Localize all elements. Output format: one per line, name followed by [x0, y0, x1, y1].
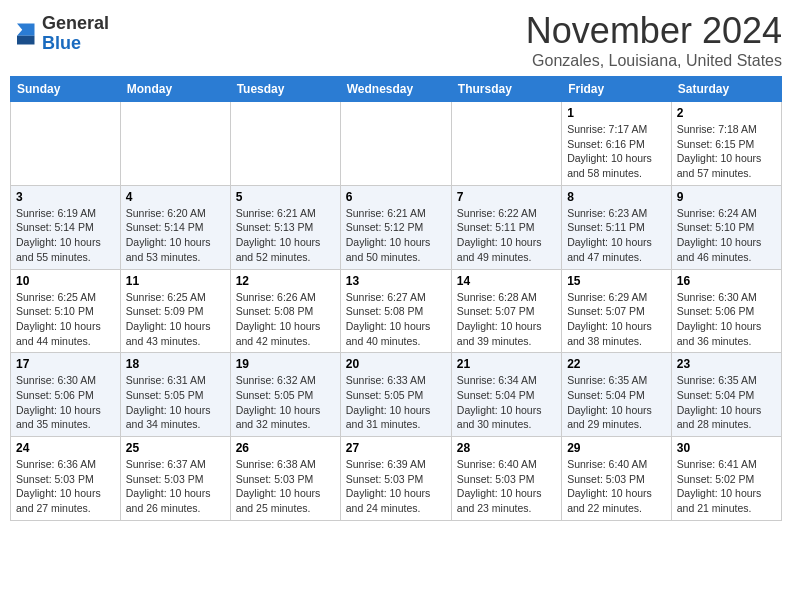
weekday-header-monday: Monday: [120, 77, 230, 102]
day-info: Sunrise: 6:35 AMSunset: 5:04 PMDaylight:…: [677, 373, 776, 432]
calendar-cell: 13Sunrise: 6:27 AMSunset: 5:08 PMDayligh…: [340, 269, 451, 353]
logo-icon: [10, 20, 38, 48]
day-number: 29: [567, 441, 666, 455]
calendar-week-row: 3Sunrise: 6:19 AMSunset: 5:14 PMDaylight…: [11, 185, 782, 269]
day-info: Sunrise: 6:30 AMSunset: 5:06 PMDaylight:…: [16, 373, 115, 432]
day-number: 1: [567, 106, 666, 120]
day-number: 22: [567, 357, 666, 371]
day-number: 7: [457, 190, 556, 204]
calendar-cell: 23Sunrise: 6:35 AMSunset: 5:04 PMDayligh…: [671, 353, 781, 437]
weekday-header-friday: Friday: [562, 77, 672, 102]
weekday-header-row: SundayMondayTuesdayWednesdayThursdayFrid…: [11, 77, 782, 102]
day-number: 4: [126, 190, 225, 204]
calendar-cell: 4Sunrise: 6:20 AMSunset: 5:14 PMDaylight…: [120, 185, 230, 269]
day-number: 17: [16, 357, 115, 371]
calendar-cell: [340, 102, 451, 186]
day-info: Sunrise: 6:25 AMSunset: 5:09 PMDaylight:…: [126, 290, 225, 349]
calendar-cell: 10Sunrise: 6:25 AMSunset: 5:10 PMDayligh…: [11, 269, 121, 353]
day-number: 24: [16, 441, 115, 455]
weekday-header-saturday: Saturday: [671, 77, 781, 102]
day-number: 9: [677, 190, 776, 204]
calendar-cell: 17Sunrise: 6:30 AMSunset: 5:06 PMDayligh…: [11, 353, 121, 437]
day-number: 13: [346, 274, 446, 288]
day-number: 27: [346, 441, 446, 455]
calendar-cell: 2Sunrise: 7:18 AMSunset: 6:15 PMDaylight…: [671, 102, 781, 186]
day-number: 2: [677, 106, 776, 120]
day-number: 25: [126, 441, 225, 455]
calendar-cell: [11, 102, 121, 186]
calendar-cell: 1Sunrise: 7:17 AMSunset: 6:16 PMDaylight…: [562, 102, 672, 186]
day-info: Sunrise: 7:18 AMSunset: 6:15 PMDaylight:…: [677, 122, 776, 181]
day-number: 8: [567, 190, 666, 204]
calendar-cell: 7Sunrise: 6:22 AMSunset: 5:11 PMDaylight…: [451, 185, 561, 269]
calendar-cell: [120, 102, 230, 186]
calendar-cell: 5Sunrise: 6:21 AMSunset: 5:13 PMDaylight…: [230, 185, 340, 269]
day-number: 26: [236, 441, 335, 455]
calendar-cell: [230, 102, 340, 186]
calendar-cell: 3Sunrise: 6:19 AMSunset: 5:14 PMDaylight…: [11, 185, 121, 269]
day-info: Sunrise: 6:21 AMSunset: 5:12 PMDaylight:…: [346, 206, 446, 265]
calendar-cell: 14Sunrise: 6:28 AMSunset: 5:07 PMDayligh…: [451, 269, 561, 353]
calendar-cell: 8Sunrise: 6:23 AMSunset: 5:11 PMDaylight…: [562, 185, 672, 269]
day-number: 18: [126, 357, 225, 371]
day-number: 23: [677, 357, 776, 371]
day-info: Sunrise: 6:32 AMSunset: 5:05 PMDaylight:…: [236, 373, 335, 432]
calendar-cell: 30Sunrise: 6:41 AMSunset: 5:02 PMDayligh…: [671, 437, 781, 521]
day-info: Sunrise: 6:19 AMSunset: 5:14 PMDaylight:…: [16, 206, 115, 265]
calendar-cell: 11Sunrise: 6:25 AMSunset: 5:09 PMDayligh…: [120, 269, 230, 353]
calendar-cell: 12Sunrise: 6:26 AMSunset: 5:08 PMDayligh…: [230, 269, 340, 353]
calendar-cell: 9Sunrise: 6:24 AMSunset: 5:10 PMDaylight…: [671, 185, 781, 269]
title-block: November 2024 Gonzales, Louisiana, Unite…: [526, 10, 782, 70]
day-info: Sunrise: 6:37 AMSunset: 5:03 PMDaylight:…: [126, 457, 225, 516]
calendar-cell: 16Sunrise: 6:30 AMSunset: 5:06 PMDayligh…: [671, 269, 781, 353]
calendar-cell: 24Sunrise: 6:36 AMSunset: 5:03 PMDayligh…: [11, 437, 121, 521]
day-info: Sunrise: 6:31 AMSunset: 5:05 PMDaylight:…: [126, 373, 225, 432]
day-number: 14: [457, 274, 556, 288]
calendar-cell: 26Sunrise: 6:38 AMSunset: 5:03 PMDayligh…: [230, 437, 340, 521]
day-info: Sunrise: 6:34 AMSunset: 5:04 PMDaylight:…: [457, 373, 556, 432]
weekday-header-tuesday: Tuesday: [230, 77, 340, 102]
day-info: Sunrise: 6:30 AMSunset: 5:06 PMDaylight:…: [677, 290, 776, 349]
day-info: Sunrise: 6:29 AMSunset: 5:07 PMDaylight:…: [567, 290, 666, 349]
day-number: 15: [567, 274, 666, 288]
page-header: General Blue November 2024 Gonzales, Lou…: [10, 10, 782, 70]
day-info: Sunrise: 6:41 AMSunset: 5:02 PMDaylight:…: [677, 457, 776, 516]
day-number: 11: [126, 274, 225, 288]
day-info: Sunrise: 6:33 AMSunset: 5:05 PMDaylight:…: [346, 373, 446, 432]
day-info: Sunrise: 6:24 AMSunset: 5:10 PMDaylight:…: [677, 206, 776, 265]
calendar-cell: 18Sunrise: 6:31 AMSunset: 5:05 PMDayligh…: [120, 353, 230, 437]
day-number: 30: [677, 441, 776, 455]
calendar-cell: 21Sunrise: 6:34 AMSunset: 5:04 PMDayligh…: [451, 353, 561, 437]
calendar-cell: 27Sunrise: 6:39 AMSunset: 5:03 PMDayligh…: [340, 437, 451, 521]
day-number: 20: [346, 357, 446, 371]
day-info: Sunrise: 6:28 AMSunset: 5:07 PMDaylight:…: [457, 290, 556, 349]
day-info: Sunrise: 6:20 AMSunset: 5:14 PMDaylight:…: [126, 206, 225, 265]
day-info: Sunrise: 6:36 AMSunset: 5:03 PMDaylight:…: [16, 457, 115, 516]
day-info: Sunrise: 6:27 AMSunset: 5:08 PMDaylight:…: [346, 290, 446, 349]
day-info: Sunrise: 6:22 AMSunset: 5:11 PMDaylight:…: [457, 206, 556, 265]
day-info: Sunrise: 6:26 AMSunset: 5:08 PMDaylight:…: [236, 290, 335, 349]
day-number: 28: [457, 441, 556, 455]
day-info: Sunrise: 6:21 AMSunset: 5:13 PMDaylight:…: [236, 206, 335, 265]
day-info: Sunrise: 6:39 AMSunset: 5:03 PMDaylight:…: [346, 457, 446, 516]
day-info: Sunrise: 6:40 AMSunset: 5:03 PMDaylight:…: [567, 457, 666, 516]
calendar-week-row: 17Sunrise: 6:30 AMSunset: 5:06 PMDayligh…: [11, 353, 782, 437]
day-number: 5: [236, 190, 335, 204]
day-info: Sunrise: 6:35 AMSunset: 5:04 PMDaylight:…: [567, 373, 666, 432]
day-info: Sunrise: 6:38 AMSunset: 5:03 PMDaylight:…: [236, 457, 335, 516]
calendar-cell: 22Sunrise: 6:35 AMSunset: 5:04 PMDayligh…: [562, 353, 672, 437]
calendar-cell: [451, 102, 561, 186]
calendar-cell: 15Sunrise: 6:29 AMSunset: 5:07 PMDayligh…: [562, 269, 672, 353]
calendar-cell: 28Sunrise: 6:40 AMSunset: 5:03 PMDayligh…: [451, 437, 561, 521]
day-info: Sunrise: 6:23 AMSunset: 5:11 PMDaylight:…: [567, 206, 666, 265]
day-number: 12: [236, 274, 335, 288]
calendar-cell: 20Sunrise: 6:33 AMSunset: 5:05 PMDayligh…: [340, 353, 451, 437]
logo: General Blue: [10, 14, 109, 54]
calendar-cell: 19Sunrise: 6:32 AMSunset: 5:05 PMDayligh…: [230, 353, 340, 437]
month-title: November 2024: [526, 10, 782, 52]
location-title: Gonzales, Louisiana, United States: [526, 52, 782, 70]
calendar-week-row: 1Sunrise: 7:17 AMSunset: 6:16 PMDaylight…: [11, 102, 782, 186]
svg-marker-2: [17, 36, 35, 45]
calendar-cell: 6Sunrise: 6:21 AMSunset: 5:12 PMDaylight…: [340, 185, 451, 269]
day-number: 3: [16, 190, 115, 204]
